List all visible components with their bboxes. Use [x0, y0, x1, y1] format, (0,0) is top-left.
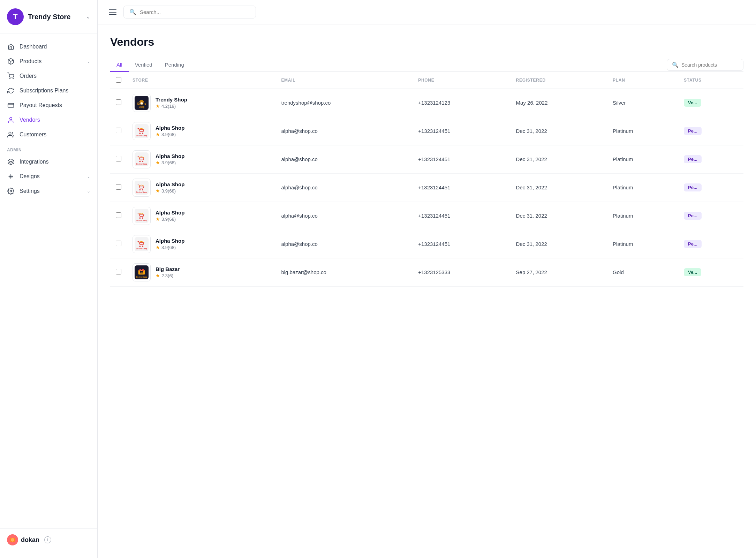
col-registered: REGISTERED [511, 72, 607, 89]
row-registered-0: May 26, 2022 [511, 89, 607, 117]
svg-point-6 [9, 132, 11, 135]
row-store-cell: Online Shop Alpha Shop ★ 3.9(68) [127, 173, 275, 202]
svg-text:Online Shop: Online Shop [136, 219, 147, 221]
store-logo-0: Online Shop [133, 94, 151, 112]
sidebar-item-customers[interactable]: Customers [0, 127, 97, 142]
svg-text:Online Shop: Online Shop [136, 163, 147, 165]
table-header-checkbox [110, 72, 127, 89]
svg-point-38 [142, 217, 143, 219]
sidebar-nav: Dashboard Products ⌄ Orders Subscription… [0, 34, 97, 528]
store-logo-6: Online Shop BB [133, 263, 151, 281]
star-icon: ★ [156, 131, 160, 137]
tab-verified[interactable]: Verified [129, 58, 159, 72]
menu-toggle-button[interactable] [107, 8, 118, 16]
layers-icon [7, 158, 15, 166]
row-plan-6: Gold [607, 258, 678, 286]
row-phone-4: +1323124451 [413, 202, 510, 230]
sidebar-logo[interactable]: T Trendy Store ⌄ [0, 0, 97, 34]
star-icon: ★ [156, 188, 160, 194]
box-icon [7, 58, 15, 65]
select-all-checkbox[interactable] [116, 77, 121, 83]
sidebar-item-subscriptions-label: Subscriptions Plans [20, 88, 69, 94]
info-icon[interactable]: i [44, 536, 51, 543]
tab-all[interactable]: All [110, 58, 129, 72]
sidebar-item-subscriptions[interactable]: Subscriptions Plans [0, 83, 97, 98]
sidebar-item-dashboard[interactable]: Dashboard [0, 39, 97, 54]
products-chevron-icon: ⌄ [87, 59, 90, 64]
store-rating-4: ★ 3.9(68) [156, 216, 184, 222]
svg-point-23 [142, 133, 143, 134]
row-email-4: alpha@shop.co [275, 202, 413, 230]
row-email-2: alpha@shop.co [275, 145, 413, 173]
svg-rect-18 [141, 102, 143, 104]
table-row: Online Shop Alpha Shop ★ 3.9(68) alpha@s… [110, 173, 743, 202]
row-checkbox-1[interactable] [116, 128, 121, 133]
store-logo-4: Online Shop [133, 207, 151, 225]
row-plan-4: Platinum [607, 202, 678, 230]
status-badge-1: Pe... [684, 127, 702, 135]
row-store-cell: Online Shop BB Big Bazar ★ 2.3(6) [127, 258, 275, 286]
svg-point-12 [10, 190, 12, 192]
store-name-4: Alpha Shop [156, 210, 184, 216]
row-checkbox-0[interactable] [116, 99, 121, 105]
svg-point-27 [139, 161, 141, 162]
svg-point-14 [11, 538, 14, 542]
product-search-icon: 🔍 [672, 62, 679, 68]
star-icon: ★ [156, 273, 160, 278]
sidebar-item-customers-label: Customers [20, 131, 46, 138]
store-chevron-icon: ⌄ [86, 14, 90, 20]
row-checkbox-4[interactable] [116, 212, 121, 218]
row-registered-2: Dec 31, 2022 [511, 145, 607, 173]
rating-value: 2.3(6) [161, 273, 173, 278]
sidebar-item-payout-label: Payout Requests [20, 102, 62, 108]
row-plan-2: Platinum [607, 145, 678, 173]
gear-icon [7, 187, 15, 195]
sidebar-item-products-label: Products [20, 58, 41, 65]
row-checkbox-3[interactable] [116, 184, 121, 190]
row-checkbox-cell [110, 145, 127, 173]
table-row: Online Shop BB Big Bazar ★ 2.3(6) big.ba… [110, 258, 743, 286]
svg-text:Shop: Shop [139, 105, 144, 108]
sidebar-item-orders-label: Orders [20, 73, 37, 79]
sidebar-item-products[interactable]: Products ⌄ [0, 54, 97, 69]
store-logo-3: Online Shop [133, 179, 151, 197]
product-search-bar: 🔍 [667, 59, 743, 71]
svg-point-42 [139, 246, 141, 247]
sidebar-item-designs[interactable]: Designs ⌄ [0, 169, 97, 184]
rating-value: 3.9(68) [161, 245, 176, 250]
store-rating-2: ★ 3.9(68) [156, 160, 184, 165]
star-icon: ★ [156, 244, 160, 250]
page-title: Vendors [110, 36, 743, 48]
sidebar-item-settings[interactable]: Settings ⌄ [0, 184, 97, 198]
svg-point-43 [142, 246, 143, 247]
vendor-tabs: All Verified Pending 🔍 [110, 58, 743, 72]
dokan-brand-icon [7, 534, 18, 545]
row-email-5: alpha@shop.co [275, 230, 413, 258]
row-checkbox-2[interactable] [116, 156, 121, 161]
global-search-bar: 🔍 [123, 6, 256, 18]
sidebar-item-vendors[interactable]: Vendors [0, 113, 97, 127]
sidebar-item-orders[interactable]: Orders [0, 69, 97, 83]
row-checkbox-6[interactable] [116, 269, 121, 274]
global-search-input[interactable] [140, 9, 250, 15]
sidebar-item-payout[interactable]: Payout Requests [0, 98, 97, 113]
sidebar-item-integrations[interactable]: Integrations [0, 154, 97, 169]
payout-icon [7, 101, 15, 109]
svg-point-2 [13, 78, 14, 79]
row-checkbox-5[interactable] [116, 241, 121, 246]
row-status-0: Ve... [678, 89, 743, 117]
product-search-input[interactable] [681, 62, 738, 68]
store-name-6: Big Bazar [156, 266, 180, 272]
row-email-3: alpha@shop.co [275, 173, 413, 202]
tab-pending[interactable]: Pending [159, 58, 190, 72]
status-badge-2: Pe... [684, 155, 702, 163]
menu-line-3 [109, 14, 116, 15]
row-status-3: Pe... [678, 173, 743, 202]
svg-point-22 [139, 133, 141, 134]
row-status-5: Pe... [678, 230, 743, 258]
row-plan-5: Platinum [607, 230, 678, 258]
status-badge-3: Pe... [684, 183, 702, 191]
rating-value: 3.9(68) [161, 217, 176, 222]
store-name-5: Alpha Shop [156, 238, 184, 244]
table-row: Online Shop Trendy Shop ★ 4.2(19) trendy… [110, 89, 743, 117]
